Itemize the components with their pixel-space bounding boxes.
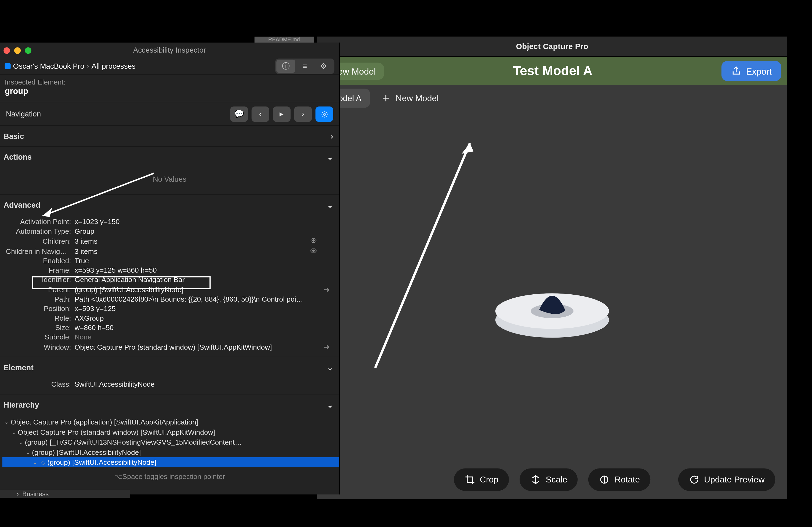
property-key: Children:	[6, 237, 75, 245]
jump-icon[interactable]: ➜	[320, 342, 333, 351]
navigation-label: Navigation	[6, 110, 41, 118]
inspector-titlebar: Accessibility Inspector	[0, 43, 339, 58]
hierarchy-header[interactable]: Hierarchy ⌄	[0, 394, 339, 415]
element-label: Element	[3, 363, 33, 372]
play-icon: ▸	[279, 109, 284, 118]
scale-icon	[530, 475, 541, 485]
speak-button[interactable]: 💬	[230, 106, 248, 122]
export-label: Export	[746, 66, 772, 76]
property-key: Activation Point:	[6, 217, 75, 226]
bottom-label: Business	[22, 490, 48, 497]
export-button[interactable]: Export	[721, 61, 781, 81]
navigation-row: Navigation 💬 ‹ ▸ › ◎	[0, 102, 339, 126]
hierarchy-row[interactable]: ⌄Object Capture Pro (application) [Swift…	[2, 417, 339, 427]
chevron-down-icon: ⌄	[327, 363, 333, 372]
eye-icon[interactable]: 👁	[307, 246, 320, 255]
property-value: x=593 y=125	[75, 304, 307, 313]
property-row: Subrole: None	[6, 332, 333, 342]
target-picker[interactable]: Oscar's MacBook Pro › All processes	[5, 62, 135, 70]
actions-header[interactable]: Actions ⌄	[0, 147, 339, 167]
property-row: Identifier: General Application Navigati…	[6, 275, 333, 284]
hierarchy-row[interactable]: ⌄Object Capture Pro (standard window) [S…	[2, 427, 339, 437]
crop-icon	[465, 475, 475, 485]
crop-label: Crop	[480, 475, 498, 484]
eye-icon[interactable]: 👁	[307, 237, 320, 245]
chevron-down-icon: ⌄	[17, 439, 25, 445]
rotate-icon	[599, 475, 610, 485]
property-row: Window: Object Capture Pro (standard win…	[6, 342, 333, 352]
property-value: SwiftUI.AccessibilityNode	[75, 380, 333, 389]
minimize-icon[interactable]	[14, 47, 21, 54]
scale-button[interactable]: Scale	[520, 468, 578, 491]
info-icon: ⓘ	[282, 61, 290, 71]
settings-mode-button[interactable]: ⚙	[314, 60, 333, 73]
property-value: AXGroup	[75, 314, 307, 322]
window-controls[interactable]	[3, 47, 31, 54]
inspect-mode-button[interactable]: ⓘ	[276, 60, 295, 73]
nav-prev-button[interactable]: ‹	[251, 106, 269, 122]
speech-icon: 💬	[234, 109, 244, 118]
chevron-down-icon: ⌄	[327, 400, 333, 409]
new-model-tab[interactable]: New Model	[376, 93, 443, 104]
property-key: Subrole:	[6, 333, 75, 341]
close-icon[interactable]	[3, 47, 10, 54]
property-key: Window:	[6, 343, 75, 351]
crop-button[interactable]: Crop	[454, 468, 509, 491]
property-key: Position:	[6, 304, 75, 313]
property-row: Frame: x=593 y=125 w=860 h=50	[6, 266, 333, 275]
basic-header[interactable]: Basic ›	[0, 126, 339, 146]
share-icon	[731, 66, 741, 76]
basic-section: Basic ›	[0, 126, 339, 147]
zoom-icon[interactable]	[25, 47, 31, 54]
chevron-down-icon: ⌄	[10, 429, 18, 435]
rotate-button[interactable]: Rotate	[589, 468, 651, 491]
property-key: Identifier:	[6, 275, 75, 284]
nav-play-button[interactable]: ▸	[273, 106, 291, 122]
inspected-element-header: Inspected Element: group	[0, 75, 339, 103]
diamond-icon: ◇	[39, 459, 47, 465]
hierarchy-label: Object Capture Pro (standard window) [Sw…	[18, 428, 215, 436]
property-key: Enabled:	[6, 257, 75, 265]
target-icon: ◎	[321, 109, 328, 118]
model-viewport[interactable]: Crop Scale Rotate Update Preview	[317, 111, 787, 499]
nav-next-button[interactable]: ›	[294, 106, 312, 122]
property-key: Parent:	[6, 285, 75, 293]
property-value: w=860 h=50	[75, 323, 307, 332]
property-value: General Application Navigation Bar	[75, 275, 307, 284]
chevron-down-icon: ⌄	[327, 152, 333, 161]
target-picker-button[interactable]: ◎	[316, 106, 333, 122]
advanced-header[interactable]: Advanced ⌄	[0, 195, 339, 215]
annotation-arrow-icon	[369, 137, 488, 374]
chevron-down-icon: ⌄	[327, 200, 333, 209]
advanced-section: Advanced ⌄ Activation Point: x=1023 y=15…	[0, 195, 339, 357]
object-capture-window: Object Capture Pro New Model Test Model …	[317, 37, 787, 499]
property-row: Position: x=593 y=125	[6, 304, 333, 313]
property-key: Path:	[6, 295, 75, 303]
mode-segmented-control[interactable]: ⓘ ≡ ⚙	[275, 58, 334, 74]
property-value: Group	[75, 227, 307, 235]
property-row: Class:SwiftUI.AccessibilityNode	[6, 380, 333, 389]
chevron-left-icon: ‹	[259, 109, 262, 118]
rotate-label: Rotate	[615, 475, 640, 484]
property-row: Role: AXGroup	[6, 313, 333, 323]
jump-icon[interactable]: ➜	[320, 285, 333, 294]
hierarchy-row[interactable]: ⌄ (group) [_TtGC7SwiftUI13NSHostingViewG…	[2, 437, 339, 447]
hierarchy-row[interactable]: ⌄◇ (group) [SwiftUI.AccessibilityNode]	[2, 457, 339, 467]
chevron-right-icon: ›	[17, 490, 19, 497]
property-value: x=593 y=125 w=860 h=50	[75, 266, 307, 274]
property-value: 3 items	[75, 247, 307, 255]
hierarchy-label: Hierarchy	[3, 400, 39, 409]
property-row: Parent: (group) [SwiftUI.AccessibilityNo…	[6, 284, 333, 295]
chevron-right-icon: ›	[302, 109, 305, 118]
element-section: Element ⌄ Class:SwiftUI.AccessibilityNod…	[0, 357, 339, 394]
element-header[interactable]: Element ⌄	[0, 357, 339, 377]
model-preview-icon	[487, 264, 617, 347]
update-preview-button[interactable]: Update Preview	[678, 468, 775, 491]
property-value: None	[75, 333, 307, 341]
hierarchy-section: Hierarchy ⌄ ⌄Object Capture Pro (applica…	[0, 394, 339, 470]
property-key: Frame:	[6, 266, 75, 274]
hierarchy-label: Object Capture Pro (application) [SwiftU…	[11, 418, 198, 426]
audit-mode-button[interactable]: ≡	[295, 60, 315, 73]
hierarchy-row[interactable]: ⌄ (group) [SwiftUI.AccessibilityNode]	[2, 447, 339, 457]
app-icon	[5, 63, 11, 69]
